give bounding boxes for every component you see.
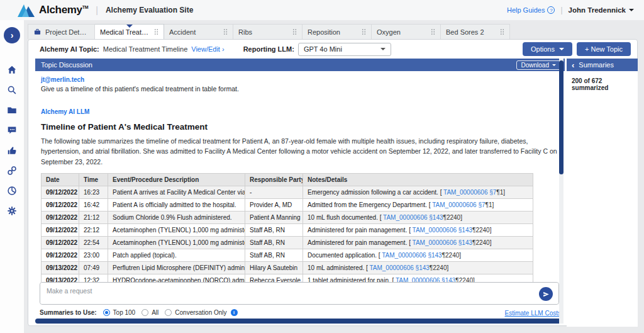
col-time: Time	[79, 173, 108, 186]
citation-link[interactable]: TAM_00000606 §143	[369, 264, 429, 271]
citation-tail: ¶2240]	[430, 264, 448, 271]
citation-tail: ¶2240]	[472, 227, 491, 234]
help-guides-label: Help Guides	[507, 6, 545, 14]
site-title: Alchemy Evaluation Site	[106, 6, 193, 14]
col-notes-details: Notes/Details	[303, 173, 533, 186]
summaries-panel: ‹ Summaries 200 of 672 summarized	[567, 59, 638, 327]
drag-handle-icon[interactable]	[500, 28, 504, 35]
vertical-scrollbar-thumb[interactable]	[559, 60, 564, 174]
drag-handle-icon[interactable]	[431, 28, 435, 35]
topic-bar: Alchemy AI Topic: Medical Treatment Time…	[28, 40, 637, 59]
cell-notes: Admitted from the Emergency Department. …	[303, 198, 533, 211]
cell-date: 09/13/2022	[42, 261, 79, 274]
summaries-panel-header[interactable]: ‹ Summaries	[567, 59, 638, 71]
reporting-llm-select[interactable]: GPT 4o Mini	[298, 43, 391, 56]
tab-oxygen[interactable]: Oxygen	[372, 24, 441, 39]
thumbs-up-icon[interactable]	[6, 145, 18, 156]
collapse-chevron-icon: ‹	[572, 61, 574, 69]
chevron-down-icon	[629, 9, 634, 11]
link-icon[interactable]	[6, 165, 18, 176]
cell-time: 12:32	[79, 274, 108, 282]
search-icon[interactable]	[6, 84, 18, 96]
cell-time: 22:54	[79, 236, 108, 249]
tab-medical-treatm[interactable]: Medical Treatm...	[95, 24, 164, 39]
radio-all[interactable]: All	[142, 309, 158, 316]
tab-label: Accident	[169, 28, 219, 36]
table-row: 09/13/202212:32HYDROcodone-acetaminophen…	[42, 274, 533, 282]
cell-party: -	[245, 186, 303, 198]
table-row: 09/13/202207:49Perflutren Lipid Microsph…	[42, 261, 533, 274]
tab-bar: Project DetailsMedical Treatm...Accident…	[28, 24, 510, 39]
settings-icon[interactable]	[6, 205, 18, 217]
radio-top-100[interactable]: Top 100	[103, 309, 136, 316]
tab-ribs[interactable]: Ribs	[233, 24, 303, 39]
timeline-table-body: 09/12/202216:23Patient A arrives at Faci…	[42, 186, 533, 282]
tab-label: Ribs	[238, 28, 289, 36]
table-row: 09/12/202222:54Acetaminophen (TYLENOL) 1…	[42, 236, 533, 249]
radio-label: Top 100	[113, 309, 136, 316]
cell-party: Patient A Manning	[245, 211, 303, 223]
cell-notes: 10 mL administered. [ TAM_00000606 §143¶…	[303, 261, 533, 274]
pie-chart-icon[interactable]	[6, 185, 18, 196]
header-pipe: |	[560, 6, 562, 14]
discussion-header: Topic Discussion Download	[35, 59, 565, 71]
tab-project-details[interactable]: Project Details	[28, 24, 95, 39]
home-icon[interactable]	[6, 64, 18, 76]
ai-message-sender: Alchemy AI LLM	[41, 108, 560, 115]
main-card: Alchemy AI Topic: Medical Treatment Time…	[28, 39, 638, 326]
discussion-body: jt@merlin.tech Give us a timeline of thi…	[35, 71, 565, 282]
cell-notes: Documented application. [ TAM_00000606 §…	[303, 249, 533, 261]
cell-time: 23:00	[79, 249, 108, 261]
radio-conversation-only[interactable]: Conversation Only	[165, 309, 226, 316]
citation-tail: ¶2240]	[443, 214, 462, 221]
citation-link[interactable]: TAM_00000606 §143	[413, 227, 472, 234]
view-edit-link[interactable]: View/Edit ›	[191, 45, 224, 53]
note-text: Administered for pain management. [	[308, 239, 413, 246]
cell-time: 22:12	[79, 223, 108, 236]
folder-icon[interactable]	[6, 104, 18, 116]
user-message-sender: jt@merlin.tech	[41, 76, 560, 83]
cell-event: Patient A arrives at Facility A Medical …	[108, 186, 245, 198]
help-guides-link[interactable]: Help Guides ?	[507, 6, 555, 14]
sidebar-expand-button[interactable]: ›	[4, 27, 20, 43]
horizontal-scrollbar[interactable]	[35, 319, 562, 324]
send-button[interactable]	[539, 287, 553, 301]
estimate-llm-costs-link[interactable]: Estimate LLM Costs	[505, 310, 561, 317]
tab-reposition[interactable]: Reposition	[303, 24, 372, 39]
drag-handle-icon[interactable]	[292, 28, 297, 35]
brand-name: AlchemyTM	[39, 4, 88, 16]
header-divider: |	[96, 5, 98, 15]
cell-party: Rebecca Eversole, RN	[245, 274, 303, 282]
request-box	[40, 282, 559, 305]
cell-date: 09/12/2022	[42, 223, 79, 236]
tab-bed-sores-2[interactable]: Bed Sores 2	[441, 24, 510, 39]
citation-link[interactable]: TAM_00000606 §143	[413, 239, 472, 246]
cell-date: 09/12/2022	[42, 236, 79, 249]
drag-handle-icon[interactable]	[223, 28, 228, 35]
citation-link[interactable]: TAM_00000606 §143	[383, 214, 443, 221]
tab-accident[interactable]: Accident	[164, 24, 233, 39]
options-button[interactable]: Options	[523, 42, 572, 56]
note-text: 10 mL administered. [	[308, 264, 369, 271]
citation-link[interactable]: TAM_00000606 §7	[443, 189, 496, 196]
cell-time: 07:49	[79, 261, 108, 274]
download-button[interactable]: Download	[516, 60, 561, 70]
user-menu[interactable]: John Tredennick	[569, 6, 634, 14]
note-text: Administered for pain management. [	[308, 227, 413, 234]
drag-handle-icon[interactable]	[154, 28, 158, 35]
cell-notes: 10 mL flush documented. [ TAM_00000606 §…	[303, 211, 533, 223]
citation-link[interactable]: TAM_00000606 §143	[382, 252, 441, 259]
citation-link[interactable]: TAM_00000606 §143	[396, 277, 455, 282]
request-input[interactable]	[40, 283, 558, 304]
citation-link[interactable]: TAM_00000606 §7	[432, 201, 485, 208]
cell-notes: 1 tablet administered for pain. [ TAM_00…	[303, 274, 533, 282]
tab-label: Oxygen	[377, 28, 427, 36]
info-icon[interactable]: i	[231, 309, 238, 316]
col-event-procedure-description: Event/Procedure Description	[108, 173, 245, 186]
cell-party: Staff AB, RN	[245, 236, 303, 249]
drag-handle-icon[interactable]	[362, 28, 366, 35]
chat-icon[interactable]	[6, 125, 18, 136]
chevron-down-icon	[559, 48, 564, 50]
cell-event: Patch applied (topical).	[108, 249, 245, 261]
new-topic-button[interactable]: + New Topic	[577, 42, 631, 56]
